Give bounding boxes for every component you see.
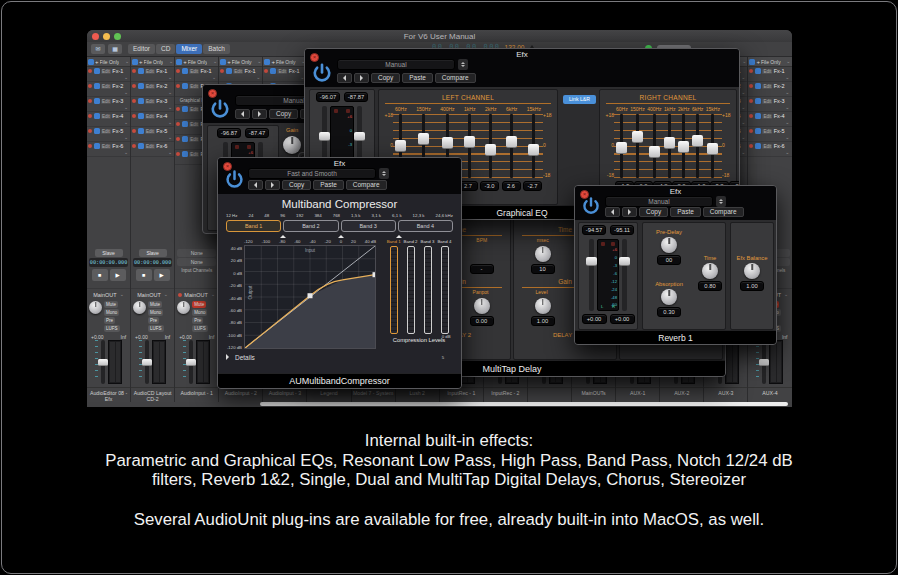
delay-level-knob[interactable] [535, 298, 551, 314]
paste-button[interactable]: Paste [670, 207, 701, 217]
compare-button[interactable]: Compare [435, 73, 476, 83]
band-tab-3[interactable]: Band 3 [341, 220, 396, 232]
output-routing-dropdown[interactable]: MainOUT ⌄ [175, 288, 218, 300]
crossover-handles[interactable] [226, 232, 453, 238]
layout-grid-icon[interactable]: ▦ [108, 44, 122, 54]
eq-band-value[interactable]: 2.6 [502, 181, 521, 191]
absorption-value[interactable]: 0.30 [657, 307, 681, 317]
copy-button[interactable]: Copy [269, 109, 298, 119]
fx-edit-button[interactable]: Edit [101, 69, 111, 74]
fx-slot[interactable]: EditFx-4⌄ [87, 112, 130, 127]
channel-name-label[interactable]: InputRec - 1 [440, 387, 483, 402]
eq-band-slider[interactable] [489, 114, 492, 178]
fx-edit-button[interactable]: Edit [762, 129, 772, 134]
delay-panpot-value[interactable]: 0.00 [470, 316, 494, 326]
fx-edit-button[interactable]: Edit [189, 84, 199, 89]
delay-level-value[interactable]: 1.00 [531, 316, 555, 326]
fx-slot[interactable]: EditFx-1⌄ [175, 67, 218, 82]
fx-slot[interactable]: EditFx-6⌄ [748, 142, 791, 157]
band-tab-1[interactable]: Band 1 [226, 220, 281, 232]
efx-balance-value[interactable]: 1.00 [740, 281, 764, 291]
output-routing-dropdown[interactable]: MainOUT ⌄ [131, 288, 174, 300]
horizontal-scrollbar[interactable] [260, 402, 788, 406]
pan-knob[interactable] [177, 301, 190, 314]
fader-gain-value[interactable]: +0.00 [610, 314, 635, 324]
lufs-button[interactable]: LUFS [148, 325, 164, 332]
paste-button[interactable]: Paste [313, 180, 344, 190]
prev-preset-button[interactable] [605, 207, 620, 217]
mute-button[interactable]: Mute [104, 301, 118, 308]
pre-button[interactable]: Pre [192, 317, 203, 324]
next-preset-button[interactable] [622, 207, 637, 217]
fx-edit-button[interactable]: Edit [189, 107, 199, 112]
fx-edit-button[interactable]: Edit [145, 84, 155, 89]
tab-cd[interactable]: CD [156, 44, 175, 54]
preset-dropdown[interactable]: Fast and Smooth [248, 168, 376, 179]
stop-button[interactable]: ■ [136, 269, 152, 281]
lufs-button[interactable]: LUFS [104, 325, 120, 332]
tab-mixer[interactable]: Mixer [176, 44, 202, 54]
paste-button[interactable]: Paste [402, 73, 433, 83]
fx-edit-button[interactable]: Edit [101, 144, 111, 149]
fx-slot[interactable]: EditFx-2⌄ [748, 82, 791, 97]
fx-slot[interactable]: EditFx-4⌄ [748, 112, 791, 127]
next-preset-button[interactable] [252, 109, 267, 119]
power-icon[interactable] [224, 169, 246, 191]
fx-edit-button[interactable]: Edit [101, 99, 111, 104]
fx-slot[interactable]: EditFx-6⌄ [131, 142, 174, 157]
pre-button[interactable]: Pre [148, 317, 159, 324]
band-tab-2[interactable]: Band 2 [283, 220, 338, 232]
fx-edit-button[interactable]: Edit [189, 137, 199, 142]
predelay-knob[interactable] [661, 237, 677, 253]
mono-button[interactable]: Mono [104, 309, 119, 316]
prev-preset-button[interactable] [248, 180, 263, 190]
preset-stepper-icon[interactable] [379, 168, 389, 179]
channel-name-label[interactable]: AudioEditor 08 - Efx [87, 387, 130, 402]
channel-name-label[interactable]: AUX-4 [748, 387, 791, 402]
compression-curve-graph[interactable]: Input Output [244, 245, 376, 349]
fx-slot[interactable]: EditFx-1⌄ [219, 67, 262, 82]
channel-name-label[interactable]: Lush 2 [396, 387, 439, 402]
details-disclosure[interactable]: Details [226, 354, 461, 361]
delay-msec-knob[interactable] [535, 246, 551, 262]
eq-band-slider[interactable] [668, 114, 671, 178]
fx-slot[interactable]: EditFx-1⌄ [748, 67, 791, 82]
volume-fader[interactable] [762, 340, 766, 384]
gain-knob[interactable] [283, 136, 301, 154]
preset-dropdown[interactable]: Manual [605, 196, 713, 207]
stop-button[interactable]: ■ [92, 269, 108, 281]
eq-band-slider[interactable] [510, 114, 513, 178]
file-only-dropdown[interactable]: + File Only ⌄ [87, 57, 130, 67]
tab-batch[interactable]: Batch [203, 44, 230, 54]
eq-band-slider[interactable] [532, 114, 535, 178]
add-icon[interactable]: + [95, 59, 99, 65]
copy-button[interactable]: Copy [371, 73, 400, 83]
fx-edit-button[interactable]: Edit [189, 69, 199, 74]
eq-band-value[interactable]: -3.0 [480, 181, 499, 191]
window-titlebar[interactable]: For V6 User Manual [87, 30, 792, 42]
link-lr-button[interactable]: Link L&R [563, 95, 596, 104]
eq-band-slider[interactable] [653, 114, 656, 178]
mute-button[interactable]: Mute [192, 301, 206, 308]
fx-slot[interactable]: EditFx-2⌄ [131, 82, 174, 97]
volume-fader[interactable] [189, 340, 193, 384]
eq-band-value[interactable]: -2.7 [523, 181, 542, 191]
fx-edit-button[interactable]: Edit [762, 84, 772, 89]
fx-slot[interactable]: EditFx-6⌄ [87, 142, 130, 157]
file-only-dropdown[interactable]: + File Only ⌄ [263, 57, 306, 67]
channel-name-label[interactable] [528, 387, 571, 402]
eq-band-slider[interactable] [696, 114, 699, 178]
pan-knob[interactable] [89, 301, 102, 314]
fx-edit-button[interactable]: Edit [145, 144, 155, 149]
output-routing-dropdown[interactable]: MainOUT ⌄ [87, 288, 130, 300]
eq-band-slider[interactable] [636, 114, 639, 178]
file-only-dropdown[interactable]: + File Only ⌄ [748, 57, 791, 67]
add-icon[interactable]: + [227, 59, 231, 65]
band-tab-4[interactable]: Band 4 [398, 220, 453, 232]
fx-edit-button[interactable]: Edit [145, 129, 155, 134]
fx-slot[interactable]: EditFx-5⌄ [87, 127, 130, 142]
compare-button[interactable]: Compare [703, 207, 744, 217]
channel-name-label[interactable]: InputRec - 2 [484, 387, 527, 402]
fx-slot[interactable]: EditFx-4⌄ [131, 112, 174, 127]
fx-edit-button[interactable]: Edit [145, 99, 155, 104]
